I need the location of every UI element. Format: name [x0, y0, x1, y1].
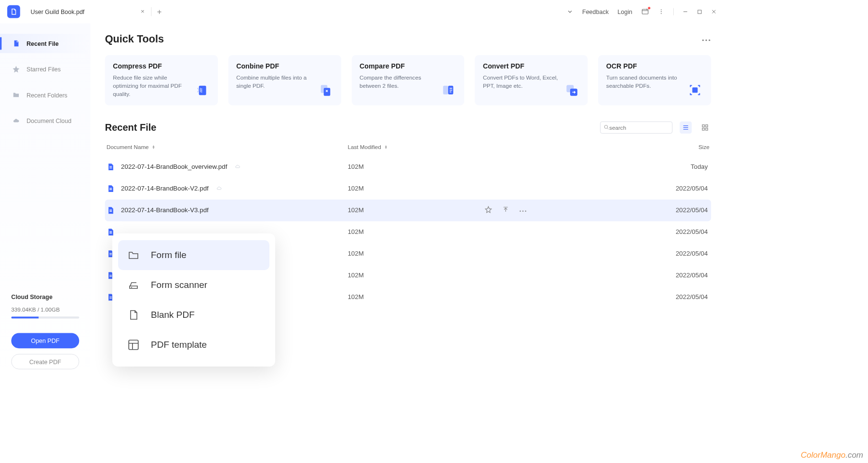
storage-progress [11, 316, 79, 318]
quick-tools-title: Quick Tools [105, 33, 164, 45]
new-tab-icon[interactable]: + [157, 7, 162, 16]
menu-label: Form scanner [151, 280, 207, 290]
search-input-wrapper[interactable] [600, 122, 672, 134]
file-row[interactable]: 2022-07-14-BrandBook_overview.pdf102MTod… [105, 156, 711, 178]
tool-combine[interactable]: Conbine PDFCombine multiple files into a… [228, 55, 341, 105]
star-icon [12, 65, 20, 73]
menu-label: PDF template [151, 340, 207, 350]
svg-rect-8 [199, 86, 206, 95]
file-name: 2022-07-14-BrandBook-V3.pdf [121, 207, 209, 214]
svg-point-29 [522, 211, 524, 212]
tool-desc: Compare the differences between 2 files. [360, 74, 435, 90]
cloud-icon [12, 117, 20, 125]
convert-icon [563, 82, 579, 98]
sidebar-label: Recent Folders [27, 92, 67, 98]
quick-tools-row: Compress PDFReduce file size while optim… [105, 55, 711, 105]
star-icon[interactable] [484, 205, 493, 215]
open-pdf-button[interactable]: Open PDF [11, 333, 79, 349]
file-size: 2022/05/04 [660, 272, 708, 279]
svg-rect-16 [450, 88, 452, 89]
svg-rect-13 [323, 88, 330, 96]
tool-compress[interactable]: Compress PDFReduce file size while optim… [105, 55, 218, 105]
pdf-icon [107, 205, 115, 216]
sidebar-item-recent-file[interactable]: Recent File [0, 34, 91, 53]
blank-page-icon [127, 308, 140, 322]
file-modified: 102M [347, 185, 484, 192]
file-row[interactable]: 2022-07-14-BrandBook-V3.pdf102M2022/05/0… [105, 200, 711, 221]
svg-rect-4 [698, 10, 701, 14]
sidebar-label: Recent File [27, 40, 59, 47]
file-modified: 102M [347, 163, 484, 171]
tool-title: Compare PDF [360, 62, 435, 70]
pdf-icon [107, 162, 115, 172]
minimize-icon[interactable] [682, 9, 688, 14]
divider [673, 8, 674, 15]
document-tab[interactable]: User Guild Book.pdf [30, 8, 84, 15]
login-link[interactable]: Login [617, 8, 632, 15]
menu-label: Form file [151, 250, 187, 260]
create-pdf-label: Create PDF [29, 358, 61, 365]
file-modified: 102M [347, 207, 484, 214]
file-size: 2022/05/04 [660, 250, 708, 258]
svg-point-7 [708, 39, 710, 41]
close-tab-icon[interactable]: × [141, 8, 145, 15]
search-input[interactable] [609, 124, 669, 131]
sidebar-item-document-cloud[interactable]: Document Cloud [0, 111, 91, 130]
svg-rect-18 [450, 92, 452, 93]
maximize-icon[interactable] [697, 9, 702, 14]
sidebar-label: Document Cloud [27, 117, 71, 124]
menu-label: Blank PDF [151, 310, 195, 320]
svg-point-23 [604, 125, 608, 129]
sidebar-item-starred[interactable]: Starred Files [0, 59, 91, 79]
create-pdf-menu: Form file Form scanner Blank PDF PDF tem… [112, 233, 275, 367]
file-modified: 102M [347, 294, 484, 301]
grid-view-button[interactable] [699, 122, 711, 134]
file-name: 2022-07-14-BrandBook-V2.pdf [121, 185, 209, 192]
more-icon[interactable] [701, 36, 711, 43]
list-view-button[interactable] [680, 122, 692, 134]
file-size: 2022/05/04 [660, 229, 708, 236]
notification-icon[interactable] [641, 8, 649, 16]
open-pdf-label: Open PDF [31, 337, 59, 344]
file-size: 2022/05/04 [660, 207, 708, 214]
search-icon [604, 124, 609, 131]
sidebar-item-recent-folders[interactable]: Recent Folders [0, 85, 91, 105]
col-size[interactable]: Size [661, 144, 709, 150]
svg-rect-9 [201, 89, 202, 90]
tool-convert[interactable]: Convert PDFConvert PDFs to Word, Excel, … [475, 55, 588, 105]
file-size: 2022/05/04 [660, 294, 708, 301]
file-row[interactable]: 2022-07-14-BrandBook-V2.pdf102M2022/05/0… [105, 178, 711, 200]
menu-form-file[interactable]: Form file [118, 240, 269, 270]
feedback-link[interactable]: Feedback [582, 8, 609, 15]
svg-point-6 [706, 39, 707, 41]
menu-blank-pdf[interactable]: Blank PDF [118, 300, 269, 330]
svg-rect-0 [642, 9, 648, 14]
svg-point-1 [661, 9, 662, 10]
menu-form-scanner[interactable]: Form scanner [118, 270, 269, 300]
more-icon[interactable] [519, 207, 527, 214]
document-icon [12, 40, 20, 48]
tool-desc: Turn scaned documents into searchable PD… [606, 74, 681, 90]
upload-icon[interactable] [502, 206, 509, 215]
col-document-name[interactable]: Document Name▲▼ [107, 144, 347, 150]
menu-pdf-template[interactable]: PDF template [118, 330, 269, 360]
svg-rect-25 [706, 125, 708, 127]
watermark: ColorMango.com [801, 450, 863, 460]
svg-rect-17 [450, 90, 452, 91]
recent-file-title: Recent File [105, 122, 157, 133]
file-name: 2022-07-14-BrandBook_overview.pdf [121, 163, 227, 171]
kebab-menu-icon[interactable] [658, 9, 664, 15]
tool-ocr[interactable]: OCR PDFTurn scaned documents into search… [598, 55, 711, 105]
svg-rect-10 [201, 90, 202, 91]
svg-rect-14 [443, 86, 449, 95]
create-pdf-button[interactable]: Create PDF [11, 354, 79, 369]
tool-title: Convert PDF [483, 62, 558, 70]
chevron-down-icon[interactable] [567, 9, 573, 15]
tool-compare[interactable]: Compare PDFCompare the differences betwe… [351, 55, 464, 105]
svg-rect-26 [702, 128, 704, 130]
file-modified: 102M [347, 272, 484, 279]
template-icon [127, 338, 140, 352]
tool-title: Conbine PDF [236, 62, 311, 70]
close-window-icon[interactable] [711, 9, 717, 14]
col-last-modified[interactable]: Last Modified▲▼ [347, 144, 484, 150]
